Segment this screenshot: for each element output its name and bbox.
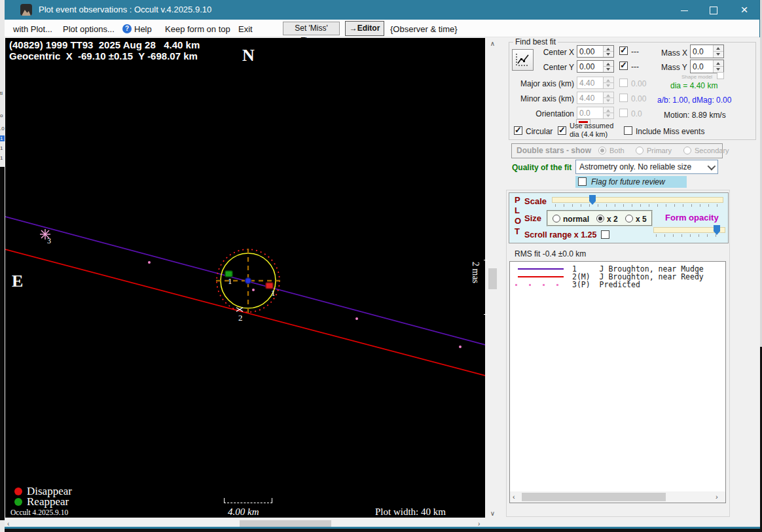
- editor-button[interactable]: →Editor: [345, 21, 384, 36]
- mass-y-spinner[interactable]: 0.0: [690, 60, 724, 73]
- scroll-range-label: Scroll range x 1.25: [524, 230, 596, 239]
- observation-row[interactable]: 3(P) Predicted: [572, 280, 640, 289]
- size-normal-label: normal: [563, 215, 589, 224]
- center-y-checkbox[interactable]: [619, 62, 628, 70]
- ab-dmag-label: a/b: 1.00, dMag: 0.00: [657, 96, 731, 105]
- spin-up[interactable]: [604, 46, 613, 52]
- reappear-dot-icon: [14, 498, 22, 506]
- spin-down[interactable]: [604, 52, 613, 57]
- spin-up[interactable]: [604, 61, 613, 67]
- secondary-label: Secondary: [695, 147, 729, 154]
- center-x-checkbox[interactable]: [619, 46, 628, 55]
- north-label: N: [242, 46, 255, 65]
- minor-axis-err: 0.00: [631, 94, 646, 103]
- disappear-dot-icon: [14, 488, 22, 495]
- plot-letter-p: P: [515, 195, 520, 205]
- chord2-line: [5, 249, 485, 376]
- orientation-value: 0.0: [577, 109, 603, 118]
- flag-review-checkbox[interactable]: [578, 177, 587, 186]
- help-icon[interactable]: ?: [122, 24, 132, 33]
- use-assumed-label1: Use assumed: [570, 122, 613, 130]
- bg-dark-area: [0, 167, 5, 520]
- plot-vscrollbar[interactable]: ∧ ∨: [487, 38, 498, 520]
- list-scroll-left-arrow[interactable]: ‹: [513, 493, 515, 501]
- maximize-button[interactable]: [702, 0, 725, 20]
- primary-radio[interactable]: [636, 147, 644, 154]
- both-label: Both: [609, 147, 625, 154]
- minor-axis-spinner: 4.40: [577, 92, 614, 104]
- flag-review-label: Flag for future review: [591, 177, 665, 186]
- include-miss-checkbox[interactable]: [624, 126, 632, 135]
- shape-model-label: Shape model: [681, 74, 712, 80]
- menu-keep-on-top[interactable]: Keep form on top: [165, 24, 230, 34]
- titlebar[interactable]: Plot event observations : Occult v.4.202…: [5, 0, 759, 20]
- vscroll-thumb[interactable]: [488, 268, 497, 289]
- app-window: Plot event observations : Occult v.4.202…: [5, 0, 760, 529]
- orientation-checkbox[interactable]: [619, 109, 628, 117]
- menu-with-plot[interactable]: with Plot...: [13, 24, 52, 34]
- bg-fragment: o: [0, 113, 3, 118]
- quality-value: Astrometry only. No reliable size: [579, 162, 691, 171]
- use-assumed-checkbox[interactable]: [558, 126, 566, 135]
- primary-label: Primary: [647, 147, 672, 154]
- size-x5-radio[interactable]: [625, 215, 633, 222]
- quality-select[interactable]: Astrometry only. No reliable size: [575, 160, 718, 174]
- center-x-value[interactable]: 0.00: [577, 47, 603, 56]
- menu-help[interactable]: Help: [134, 24, 152, 34]
- mass-x-value[interactable]: 0.0: [691, 47, 713, 56]
- size-normal-radio[interactable]: [553, 215, 560, 222]
- mass-y-value[interactable]: 0.0: [691, 62, 713, 71]
- plot-width-label: Plot width: 40 km: [375, 506, 446, 518]
- chord1-disappear-label: 1: [271, 288, 276, 298]
- legend-reappear: Reappear: [27, 495, 69, 508]
- east-label: E: [12, 272, 23, 291]
- scroll-up-arrow[interactable]: ∧: [487, 40, 498, 47]
- center-x-spinner[interactable]: 0.00: [577, 45, 614, 58]
- menu-exit[interactable]: Exit: [238, 24, 253, 34]
- major-axis-label: Major axis (km): [509, 79, 574, 88]
- opacity-slider-ticks: [656, 234, 723, 237]
- scale-slider-thumb[interactable]: [589, 195, 596, 205]
- spin-down[interactable]: [714, 52, 723, 58]
- chord2-swatch: [518, 276, 564, 277]
- major-axis-checkbox[interactable]: [619, 79, 628, 87]
- occultation-plot[interactable]: (40829) 1999 TT93 2025 Aug 28 4.40 km Ge…: [5, 38, 485, 518]
- menubar: with Plot... Plot options... ? Help Keep…: [5, 20, 759, 37]
- scroll-down-arrow[interactable]: ∨: [487, 510, 498, 517]
- window-title: Plot event observations : Occult v.4.202…: [39, 5, 211, 14]
- chord2-label: 2: [238, 313, 243, 323]
- menu-plot-options[interactable]: Plot options...: [63, 24, 115, 34]
- spin-up[interactable]: [714, 60, 723, 67]
- list-hscrollbar[interactable]: ‹ ›: [510, 491, 725, 503]
- orientation-err: 0.0: [631, 109, 642, 118]
- opacity-slider-thumb[interactable]: [714, 225, 720, 235]
- scale-slider-track[interactable]: [552, 197, 723, 203]
- list-scroll-right-arrow[interactable]: ›: [716, 493, 718, 501]
- mas-scale-label: 2 mas: [470, 262, 481, 283]
- secondary-radio[interactable]: [683, 147, 691, 154]
- shape-model-checkbox[interactable]: [717, 72, 724, 79]
- minor-axis-checkbox[interactable]: [619, 94, 628, 102]
- major-axis-value: 4.40: [577, 79, 603, 88]
- circular-checkbox[interactable]: [514, 126, 522, 135]
- star-label: 3: [47, 236, 51, 246]
- center-y-spinner[interactable]: 0.00: [577, 60, 614, 73]
- scale-slider-ticks: [555, 204, 721, 207]
- orientation-label: Orientation: [509, 109, 574, 118]
- both-radio[interactable]: [598, 147, 606, 154]
- minimize-button[interactable]: [673, 0, 695, 20]
- size-x2-radio[interactable]: [596, 215, 604, 222]
- major-axis-err: 0.00: [631, 79, 646, 88]
- bg-fragment: ti: [0, 90, 3, 96]
- observations-list[interactable]: 1 J Broughton, near Mudge 2(M) J Brought…: [509, 261, 726, 503]
- spin-up[interactable]: [714, 45, 723, 52]
- double-stars-title: Double stars - show: [517, 146, 591, 155]
- list-hscroll-thumb[interactable]: [522, 493, 666, 501]
- spin-down[interactable]: [604, 67, 613, 72]
- set-miss-times-button[interactable]: Set 'Miss' Times: [283, 22, 340, 35]
- mass-x-spinner[interactable]: 0.0: [690, 44, 724, 58]
- scroll-range-checkbox[interactable]: [601, 230, 609, 239]
- close-button[interactable]: ×: [733, 0, 755, 20]
- center-y-value[interactable]: 0.00: [577, 62, 603, 71]
- include-miss-label: Include Miss events: [636, 127, 704, 136]
